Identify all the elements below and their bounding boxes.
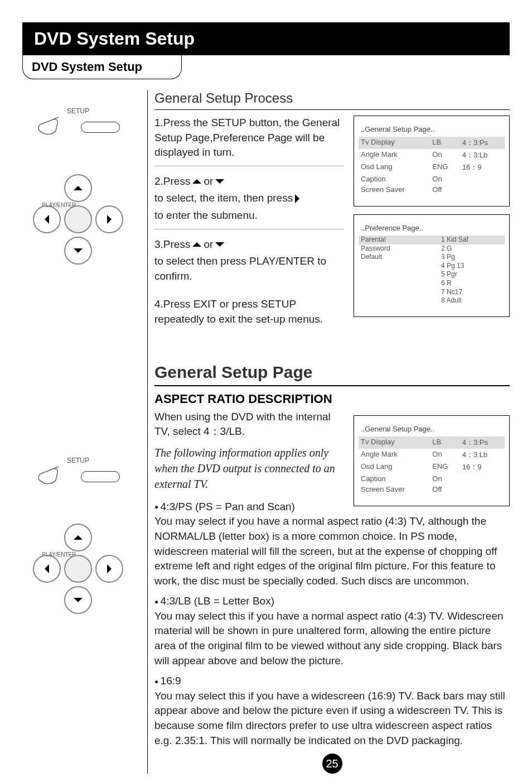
dpad-left-icon [33, 205, 61, 233]
left-column: SETUP PLAY/ENTER SETUP [22, 90, 134, 774]
dpad-center-icon [64, 555, 92, 583]
osd-cell: Tv Display [359, 436, 430, 449]
step-text: or [204, 174, 213, 189]
aspect-lb-label: 4:3/LB (LB = Letter Box) [154, 595, 274, 607]
step-3: 3.Press or to select then press PLAY/ENT… [154, 237, 344, 290]
page-subtitle: DVD System Setup [22, 55, 182, 79]
step-text: to select then press PLAY/ENTER to confi… [154, 254, 344, 284]
dpad-left-icon [33, 555, 61, 583]
dpad-graphic-2: PLAY/ENTER [31, 521, 125, 616]
process-steps: 1.Press the SETUP button, the General Se… [154, 116, 344, 340]
aspect-ps: 4:3/PS (PS = Pan and Scan) [154, 500, 344, 515]
osd-cell: ENG [430, 161, 460, 174]
osd-cell: 16：9 [460, 161, 505, 174]
osd-general-setup-2: ..General Setup Page.. Tv DisplayLB4：3:P… [354, 415, 510, 506]
hand-icon [36, 463, 64, 488]
osd-cell: On [430, 174, 460, 184]
general-page-heading: General Setup Page [154, 363, 510, 386]
osd-table: Tv DisplayLB4：3:Ps Angle MarkOn4：3:Lb Os… [359, 436, 505, 495]
osd-cell: 1 Kid Saf [439, 236, 505, 244]
osd-cell: Osd Lang [359, 461, 430, 473]
osd-cell: 8 Adult [439, 296, 505, 305]
dpad-down-icon [64, 237, 92, 265]
aspect-description: When using the DVD with the internal TV,… [154, 410, 344, 515]
setup-pill-icon [81, 471, 120, 482]
right-column: General Setup Process 1.Press the SETUP … [147, 90, 510, 774]
osd-cell: Default [359, 253, 439, 262]
dpad-right-icon [95, 555, 123, 583]
aspect-ps-text: You may select if you have a normal aspe… [154, 514, 510, 588]
osd-title: ..General Setup Page.. [359, 122, 505, 137]
osd-cell: Off [430, 484, 460, 495]
dpad-down-icon [64, 586, 92, 614]
aspect-ps-label: 4:3/PS (PS = Pan and Scan) [154, 501, 295, 512]
dpad-center-icon [64, 205, 92, 233]
dpad-graphic-1: PLAY/ENTER [31, 172, 125, 267]
osd-cell: 4 Pg 13 [439, 262, 505, 271]
osd-cell: Screen Saver [359, 184, 430, 195]
osd-cell: 5 Pgr [439, 270, 505, 279]
osd-cell: 4：3:Lb [460, 149, 505, 161]
osd-cell: Angle Mark [359, 149, 430, 161]
step-text: 3.Press [154, 237, 190, 252]
osd-table: Tv DisplayLB4：3:Ps Angle MarkOn4：3:Lb Os… [359, 137, 505, 195]
osd-cell: On [430, 449, 460, 461]
osd-preference: ..Preference Page.. Parental1 Kid Saf Pa… [354, 214, 510, 317]
step-text: or [204, 237, 213, 252]
step-1: 1.Press the SETUP button, the General Se… [154, 116, 344, 166]
osd-cell: 4：3:Ps [460, 436, 505, 449]
triangle-up-icon [192, 179, 201, 184]
step-text: to select, the item, then press [154, 191, 293, 206]
aspect-lb: 4:3/LB (LB = Letter Box) You may select … [154, 594, 510, 668]
osd-cell: Parental [359, 236, 439, 244]
osd-cell: LB [430, 436, 460, 449]
triangle-down-icon [215, 242, 224, 247]
step-4: 4.Press EXIT or press SETUP repeatedly t… [154, 297, 344, 332]
osd-table: Parental1 Kid Saf Password2 G Default3 P… [359, 236, 505, 305]
osd-cell: Osd Lang [359, 161, 430, 174]
aspect-169-text: You may select this if you have a widesc… [154, 689, 510, 748]
triangle-up-icon [192, 242, 201, 247]
osd-column: ..General Setup Page.. Tv DisplayLB4：3:P… [354, 116, 510, 340]
step-text: to enter the submenu. [154, 208, 258, 223]
osd-cell: 4：3:Ps [460, 137, 505, 149]
aspect-intro: When using the DVD with the internal TV,… [154, 410, 344, 439]
osd-cell: LB [430, 137, 460, 149]
osd-cell: ENG [430, 461, 460, 473]
osd-cell: 3 Pg [439, 253, 505, 262]
osd-general-setup: ..General Setup Page.. Tv DisplayLB4：3:P… [354, 116, 510, 207]
aspect-169: 16:9 You may select this if you have a w… [154, 674, 510, 748]
setup-button-graphic-2: SETUP [36, 457, 120, 488]
step-text: 2.Press [154, 174, 190, 189]
osd-cell: Caption [359, 174, 430, 184]
hand-icon [36, 114, 64, 138]
osd-cell: Angle Mark [359, 449, 430, 461]
aspect-note: The following information applies only w… [154, 445, 344, 492]
setup-label: SETUP [67, 457, 89, 464]
setup-pill-icon [81, 122, 120, 133]
dpad-up-icon [64, 524, 92, 551]
osd-cell: Tv Display [359, 137, 430, 149]
dpad-up-icon [64, 174, 92, 202]
setup-button-graphic-1: SETUP [36, 107, 120, 138]
osd-title: ..Preference Page.. [359, 220, 505, 236]
osd-cell: Password [359, 244, 439, 253]
osd-cell: Caption [359, 473, 430, 484]
triangle-right-icon [295, 194, 299, 203]
process-heading: General Setup Process [154, 90, 510, 110]
osd-cell: On [430, 473, 460, 484]
triangle-down-icon [215, 179, 224, 184]
osd-cell: 16：9 [460, 461, 505, 473]
osd-cell: 2 G [439, 244, 505, 253]
step-2: 2.Press or to select, the item, then pre… [154, 174, 344, 229]
aspect-lb-text: You may select this if you have a normal… [154, 609, 510, 668]
aspect-169-label: 16:9 [154, 675, 181, 687]
osd-cell: Off [430, 184, 460, 195]
aspect-ratio-heading: ASPECT RATIO DESCRIPTION [154, 392, 510, 406]
page-title-bar: DVD System Setup [22, 22, 510, 55]
osd-cell: On [430, 149, 460, 161]
osd-cell: 7 Nc17 [439, 288, 505, 297]
dpad-right-icon [95, 205, 123, 233]
osd-cell: 4：3:Lb [460, 449, 505, 461]
osd-cell: Screen Saver [359, 484, 430, 495]
